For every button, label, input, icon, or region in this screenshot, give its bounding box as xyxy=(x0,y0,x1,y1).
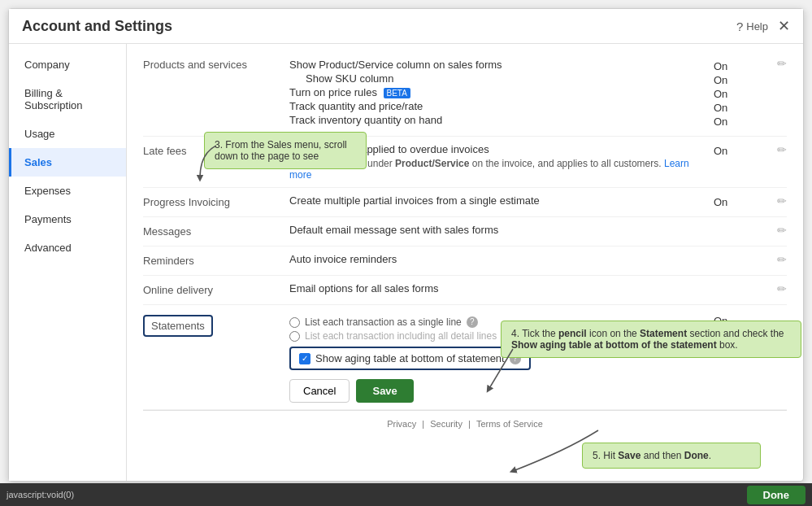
tooltip2-text: 4. Tick the pencil icon on the Statement… xyxy=(511,328,784,351)
messages-label: Messages xyxy=(143,224,289,238)
help-button[interactable]: ? Help xyxy=(736,20,768,33)
late-fees-edit[interactable]: ✏ xyxy=(762,143,787,156)
reminders-content: Auto invoice reminders xyxy=(289,253,714,265)
late-fees-pencil-icon[interactable]: ✏ xyxy=(777,143,787,156)
statements-label: Statements xyxy=(143,313,289,337)
progress-content: Create multiple partial invoices from a … xyxy=(289,194,714,207)
tooltip-pencil-instruction: 4. Tick the pencil icon on the Statement… xyxy=(501,321,801,358)
ps-item-3: Turn on price rules BETA xyxy=(289,86,714,98)
progress-edit[interactable]: ✏ xyxy=(762,194,787,207)
done-button[interactable]: Done xyxy=(747,486,806,504)
sidebar-item-advanced[interactable]: Advanced xyxy=(9,233,126,262)
account-settings-modal: Account and Settings ? Help ✕ Company Bi… xyxy=(8,8,804,482)
separator2: | xyxy=(468,419,471,429)
sidebar-item-company[interactable]: Company xyxy=(9,50,126,79)
sidebar: Company Billing & Subscription Usage Sal… xyxy=(9,44,127,481)
show-aging-label: Show aging table at bottom of statement xyxy=(315,352,505,364)
footer-links: Privacy | Security | Terms of Service xyxy=(143,410,787,437)
progress-value: On xyxy=(714,194,762,208)
edit-pencil-icon[interactable]: ✏ xyxy=(777,57,787,70)
reminders-value xyxy=(714,253,762,255)
sidebar-item-billing[interactable]: Billing & Subscription xyxy=(9,79,126,120)
beta-badge: BETA xyxy=(384,88,410,98)
header-actions: ? Help ✕ xyxy=(736,17,790,35)
statement-option1-radio[interactable] xyxy=(289,317,300,328)
late-fees-sub-bold: Product/Service xyxy=(395,158,469,169)
ps-item-5: Track inventory quantity on hand xyxy=(289,114,714,126)
messages-value xyxy=(714,224,762,225)
messages-content: Default email message sent with sales fo… xyxy=(289,224,714,236)
online-delivery-row: Online delivery Email options for all sa… xyxy=(143,276,787,305)
progress-invoicing-row: Progress Invoicing Create multiple parti… xyxy=(143,188,787,217)
statement-option2-radio[interactable] xyxy=(289,331,300,342)
help-circle-icon: ? xyxy=(736,20,743,33)
sidebar-item-payments[interactable]: Payments xyxy=(9,205,126,233)
products-value: On On On On On xyxy=(714,57,762,129)
security-link[interactable]: Security xyxy=(430,419,462,429)
messages-edit[interactable]: ✏ xyxy=(762,224,787,237)
cancel-button[interactable]: Cancel xyxy=(289,379,350,403)
statement-option1-info[interactable]: ? xyxy=(467,316,478,328)
statement-option1-label: List each transaction as a single line xyxy=(305,316,462,328)
bottom-bar: javascript:void(0) Done xyxy=(0,483,812,506)
sidebar-item-usage[interactable]: Usage xyxy=(9,120,126,148)
sidebar-item-sales[interactable]: Sales xyxy=(9,148,126,177)
statement-actions: Cancel Save xyxy=(289,379,714,403)
terms-link[interactable]: Terms of Service xyxy=(476,419,543,429)
statements-highlight-label: Statements xyxy=(143,315,213,337)
reminders-row: Reminders Auto invoice reminders ✏ xyxy=(143,246,787,276)
online-delivery-edit[interactable]: ✏ xyxy=(762,282,787,295)
online-delivery-value xyxy=(714,282,762,284)
ps-item-4: Track quantity and price/rate xyxy=(289,100,714,112)
products-edit[interactable]: ✏ xyxy=(762,57,787,70)
bottom-url: javascript:void(0) xyxy=(7,490,74,499)
late-fees-sub2: on the invoice, and applies to all custo… xyxy=(472,158,662,169)
tooltip-save-instruction: 5. Hit Save and then Done. xyxy=(582,443,761,469)
statement-option2-label: List each transaction including all deta… xyxy=(305,330,497,342)
reminders-pencil-icon[interactable]: ✏ xyxy=(777,253,787,266)
sidebar-item-expenses[interactable]: Expenses xyxy=(9,177,126,205)
price-rules-text: Turn on price rules xyxy=(289,86,377,98)
tooltip3-text: 5. Hit Save and then Done. xyxy=(593,450,711,461)
late-fees-value: On xyxy=(714,143,762,157)
online-delivery-label: Online delivery xyxy=(143,282,289,296)
ps-item-2: Show SKU column xyxy=(289,72,714,85)
modal-title: Account and Settings xyxy=(22,18,172,35)
separator1: | xyxy=(422,419,424,429)
save-button[interactable]: Save xyxy=(356,379,413,403)
products-services-label: Products and services xyxy=(143,57,289,71)
messages-row: Messages Default email message sent with… xyxy=(143,217,787,246)
modal-header: Account and Settings ? Help ✕ xyxy=(9,9,803,44)
progress-label: Progress Invoicing xyxy=(143,194,289,208)
products-services-content: Show Product/Service column on sales for… xyxy=(289,57,714,128)
modal-body: Company Billing & Subscription Usage Sal… xyxy=(9,44,803,481)
ps-item-1: Show Product/Service column on sales for… xyxy=(289,59,714,71)
online-delivery-content: Email options for all sales forms xyxy=(289,282,714,294)
messages-pencil-icon[interactable]: ✏ xyxy=(777,224,787,237)
content-area: Products and services Show Product/Servi… xyxy=(127,44,803,481)
online-delivery-pencil-icon[interactable]: ✏ xyxy=(777,282,787,295)
progress-pencil-icon[interactable]: ✏ xyxy=(777,194,787,207)
show-aging-checkbox[interactable]: ✓ xyxy=(299,353,310,364)
help-label: Help xyxy=(746,20,768,33)
products-services-row: Products and services Show Product/Servi… xyxy=(143,50,787,137)
tooltip1-text: 3. From the Sales menu, scroll down to t… xyxy=(215,139,347,162)
reminders-edit[interactable]: ✏ xyxy=(762,253,787,266)
close-button[interactable]: ✕ xyxy=(778,17,790,35)
reminders-label: Reminders xyxy=(143,253,289,267)
privacy-link[interactable]: Privacy xyxy=(387,419,416,429)
tooltip-sales-instruction: 3. From the Sales menu, scroll down to t… xyxy=(204,132,367,169)
show-aging-box: ✓ Show aging table at bottom of statemen… xyxy=(289,347,531,370)
